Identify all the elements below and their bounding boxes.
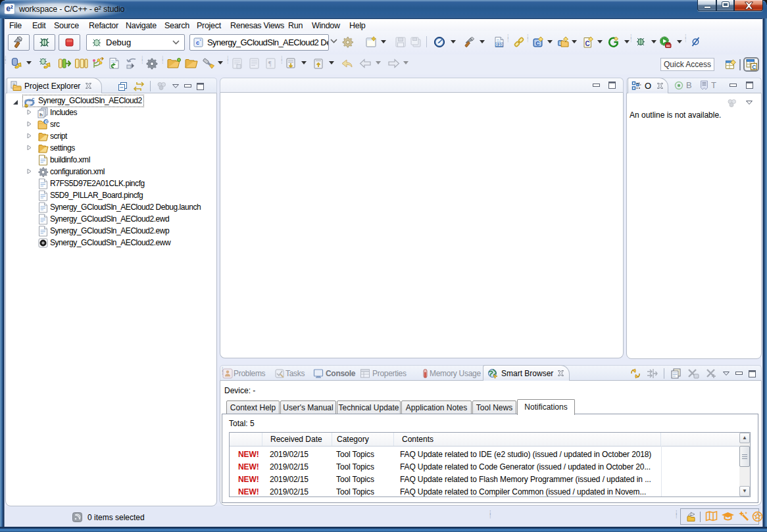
- svg-text:010: 010: [496, 42, 503, 47]
- svg-text:C: C: [45, 120, 48, 124]
- svg-text:c: c: [196, 39, 199, 46]
- svg-text:C: C: [585, 40, 590, 47]
- svg-text:C: C: [535, 40, 539, 47]
- svg-text:h: h: [39, 112, 43, 118]
- svg-text:C: C: [752, 64, 756, 70]
- svg-text:¶: ¶: [268, 60, 272, 67]
